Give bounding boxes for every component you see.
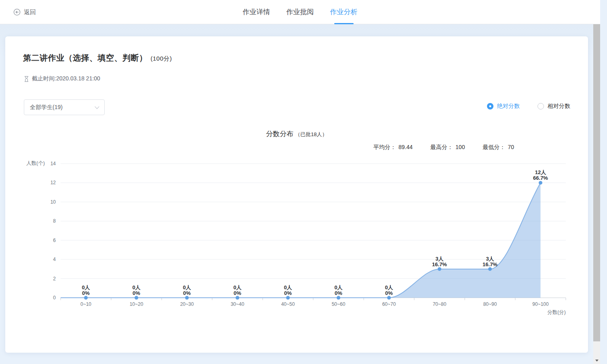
y-tick-label: 14 <box>51 161 56 166</box>
top-navigation-bar: 返回 作业详情 作业批阅 作业分析 <box>0 0 600 24</box>
stat-highest-value: 100 <box>455 144 465 150</box>
y-tick-label: 0 <box>53 295 56 301</box>
data-point[interactable] <box>135 296 138 300</box>
stat-lowest: 最低分：70 <box>483 144 514 151</box>
deadline-text: 截止时间:2020.03.18 21:00 <box>32 75 100 82</box>
page: 返回 作业详情 作业批阅 作业分析 第二讲作业（选择、填空、判断）(100分) … <box>0 0 600 364</box>
point-value-label: 0人 <box>82 284 90 290</box>
data-point[interactable] <box>286 296 290 300</box>
y-tick-label: 10 <box>51 199 56 205</box>
stat-lowest-value: 70 <box>508 144 514 150</box>
point-value-label: 0人 <box>385 284 393 290</box>
radio-absolute-label: 绝对分数 <box>497 103 520 110</box>
point-percent-label: 66.7% <box>533 175 548 181</box>
y-tick-label: 2 <box>53 276 56 282</box>
radio-absolute-score[interactable]: 绝对分数 <box>487 103 520 110</box>
stat-lowest-label: 最低分： <box>483 144 505 150</box>
x-tick-label: 80~90 <box>483 301 497 307</box>
data-point[interactable] <box>337 296 340 300</box>
stat-highest-label: 最高分： <box>430 144 453 150</box>
point-percent-label: 16.7% <box>483 261 497 267</box>
score-mode-radio-group: 绝对分数 相对分数 <box>487 103 570 110</box>
point-percent-label: 0% <box>133 290 140 296</box>
tab-assignment-details[interactable]: 作业详情 <box>243 0 270 24</box>
x-tick-label: 20~30 <box>180 301 194 307</box>
stat-highest: 最高分：100 <box>430 144 465 151</box>
point-percent-label: 0% <box>335 290 342 296</box>
point-value-label: 0人 <box>334 284 343 290</box>
point-percent-label: 16.7% <box>432 261 447 267</box>
chart-subtitle: （已批18人） <box>295 131 327 137</box>
x-tick-label: 90~100 <box>532 301 549 307</box>
tab-assignment-analysis[interactable]: 作业分析 <box>330 0 358 24</box>
student-filter-select[interactable]: 全部学生(19) <box>24 99 105 115</box>
chart-title-text: 分数分布 <box>266 130 293 138</box>
radio-button-icon <box>537 103 544 109</box>
hourglass-icon <box>24 76 29 82</box>
score-stats: 平均分：89.44 最高分：100 最低分：70 <box>373 144 514 151</box>
x-tick-label: 10~20 <box>130 301 143 307</box>
data-point[interactable] <box>185 296 189 300</box>
point-value-label: 0人 <box>183 284 191 290</box>
assignment-title: 第二讲作业（选择、填空、判断）(100分) <box>23 53 172 63</box>
y-tick-label: 4 <box>53 257 56 262</box>
stat-average-label: 平均分： <box>373 144 396 150</box>
point-value-label: 0人 <box>132 284 141 290</box>
scrollbar-thumb[interactable] <box>593 7 600 341</box>
data-point[interactable] <box>387 296 391 300</box>
x-tick-label: 50~60 <box>332 301 346 307</box>
point-value-label: 3人 <box>435 256 444 262</box>
student-filter-value: 全部学生(19) <box>30 104 63 111</box>
analysis-card: 第二讲作业（选择、填空、判断）(100分) 截止时间:2020.03.18 21… <box>5 36 588 353</box>
point-percent-label: 0% <box>183 290 191 296</box>
radio-relative-score[interactable]: 相对分数 <box>537 103 570 110</box>
point-percent-label: 0% <box>385 290 393 296</box>
y-tick-label: 8 <box>53 218 56 224</box>
point-percent-label: 0% <box>284 290 292 296</box>
radio-relative-label: 相对分数 <box>548 103 570 110</box>
point-percent-label: 0% <box>82 290 90 296</box>
point-value-label: 0人 <box>284 284 292 290</box>
data-point[interactable] <box>236 296 239 300</box>
x-tick-label: 70~80 <box>433 301 447 307</box>
x-tick-label: 0~10 <box>80 301 91 307</box>
x-tick-label: 30~40 <box>231 301 244 307</box>
score-distribution-chart: 02468101214人数(个)0~1010~2020~3030~4040~50… <box>24 158 574 319</box>
tab-bar: 作业详情 作业批阅 作业分析 <box>0 0 600 24</box>
radio-button-icon <box>487 103 493 109</box>
point-value-label: 3人 <box>486 256 494 262</box>
data-point[interactable] <box>84 296 88 300</box>
point-percent-label: 0% <box>234 290 241 296</box>
data-point[interactable] <box>539 181 542 185</box>
stat-average-value: 89.44 <box>398 144 413 150</box>
scrollbar-down-arrow[interactable] <box>593 357 600 364</box>
y-tick-label: 6 <box>53 238 56 243</box>
stat-average: 平均分：89.44 <box>373 144 413 151</box>
point-value-label: 12人 <box>535 169 546 175</box>
x-axis-name: 分数(分) <box>547 309 566 315</box>
chevron-down-icon <box>95 104 99 109</box>
chart-title: 分数分布（已批18人） <box>5 129 588 139</box>
x-tick-label: 60~70 <box>382 301 396 307</box>
triangle-down-icon <box>595 360 599 362</box>
vertical-scrollbar[interactable] <box>593 0 600 364</box>
data-point[interactable] <box>488 267 492 271</box>
point-value-label: 0人 <box>233 284 242 290</box>
assignment-title-text: 第二讲作业（选择、填空、判断） <box>23 53 148 62</box>
deadline-row: 截止时间:2020.03.18 21:00 <box>24 75 100 82</box>
y-axis-name: 人数(个) <box>26 160 45 166</box>
data-point[interactable] <box>438 267 441 271</box>
tab-assignment-review[interactable]: 作业批阅 <box>287 0 314 24</box>
assignment-total-score: (100分) <box>151 55 172 62</box>
y-tick-label: 12 <box>51 180 56 185</box>
x-tick-label: 40~50 <box>281 301 295 307</box>
